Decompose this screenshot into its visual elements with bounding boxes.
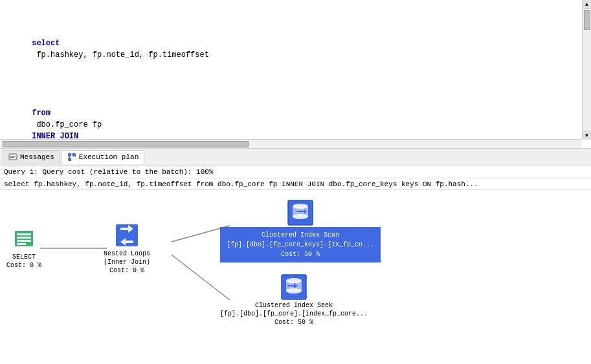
nested-loops-cost: Cost: 0 % (109, 266, 144, 275)
clustered-index-scan-sublabel: [fp].[dbo].[fp_core_keys].[IX_fp_co... (227, 240, 374, 250)
svg-rect-2 (10, 157, 14, 158)
svg-point-26 (286, 288, 302, 294)
horizontal-scrollbar[interactable] (0, 139, 582, 148)
query-text-content: select fp.hashkey, fp.note_id, fp.timeof… (4, 180, 478, 188)
query-text-display: select fp.hashkey, fp.note_id, fp.timeof… (0, 179, 591, 190)
svg-rect-0 (9, 154, 17, 160)
sql-keyword-from: from (32, 109, 50, 118)
clustered-index-scan-cost: Cost: 50 % (227, 250, 374, 259)
clustered-index-seek-sublabel: [fp].[dbo].[fp_core].[index_fp_core... (220, 310, 368, 318)
svg-rect-4 (72, 153, 76, 156)
down-arrow-icon: ▼ (585, 133, 588, 138)
sql-text-2: dbo.fp_core fp (32, 120, 106, 129)
svg-rect-12 (17, 233, 31, 235)
tab-messages-label: Messages (20, 153, 54, 161)
message-icon (8, 153, 17, 162)
vertical-scrollbar[interactable]: ▲ ▼ (582, 0, 591, 140)
clustered-index-scan-box: Clustered Index Scan [fp].[dbo].[fp_core… (220, 227, 381, 262)
svg-rect-1 (10, 156, 16, 156)
svg-rect-14 (17, 240, 31, 242)
clustered-index-seek-cost: Cost: 50 % (274, 318, 313, 327)
select-icon (11, 226, 37, 252)
svg-rect-15 (17, 243, 26, 245)
scroll-down-button[interactable]: ▼ (583, 131, 592, 140)
h-scroll-thumb[interactable] (3, 141, 249, 147)
nested-loops-node[interactable]: Nested Loops (Inner Join) Cost: 0 % (104, 222, 150, 275)
svg-rect-5 (68, 158, 71, 161)
nested-loops-icon (114, 222, 140, 248)
query-cost-label: Query 1: Query cost (relative to the bat… (4, 168, 213, 176)
sql-text-1: fp.hashkey, fp.note_id, fp.timeoffset (32, 50, 209, 59)
tab-execution-plan[interactable]: Execution plan (61, 150, 144, 164)
clustered-index-scan-label: Clustered Index Scan (227, 230, 374, 240)
execution-plan-diagram[interactable]: SELECT Cost: 0 % Nested Loops (Inner Joi… (0, 190, 591, 356)
scroll-thumb[interactable] (584, 10, 590, 30)
clustered-index-scan-icon (287, 200, 313, 226)
scroll-up-button[interactable]: ▲ (583, 0, 592, 9)
plan-icon (67, 153, 76, 162)
clustered-index-seek-node[interactable]: Clustered Index Seek [fp].[dbo].[fp_core… (220, 274, 368, 327)
sql-content[interactable]: select fp.hashkey, fp.note_id, fp.timeof… (0, 0, 591, 148)
sql-keyword-select: select (32, 39, 60, 48)
select-cost: Cost: 0 % (6, 261, 41, 270)
tab-messages[interactable]: Messages (3, 150, 60, 164)
nested-loops-sublabel: (Inner Join) (104, 258, 150, 266)
select-label: SELECT (12, 253, 36, 261)
query-cost-info: Query 1: Query cost (relative to the bat… (0, 166, 591, 179)
tabs-bar: Messages Execution plan (0, 149, 591, 166)
svg-rect-3 (68, 153, 71, 156)
svg-rect-13 (17, 237, 31, 239)
clustered-index-scan-node[interactable]: Clustered Index Scan [fp].[dbo].[fp_core… (220, 200, 381, 262)
clustered-index-seek-label: Clustered Index Seek (255, 301, 333, 310)
sql-editor[interactable]: select fp.hashkey, fp.note_id, fp.timeof… (0, 0, 591, 149)
select-node[interactable]: SELECT Cost: 0 % (6, 226, 41, 270)
clustered-index-seek-icon (281, 274, 307, 300)
tab-execution-plan-label: Execution plan (79, 153, 139, 161)
svg-point-20 (293, 214, 308, 219)
nested-loops-label: Nested Loops (104, 250, 150, 258)
up-arrow-icon: ▲ (585, 1, 588, 7)
results-area: Query 1: Query cost (relative to the bat… (0, 166, 591, 364)
